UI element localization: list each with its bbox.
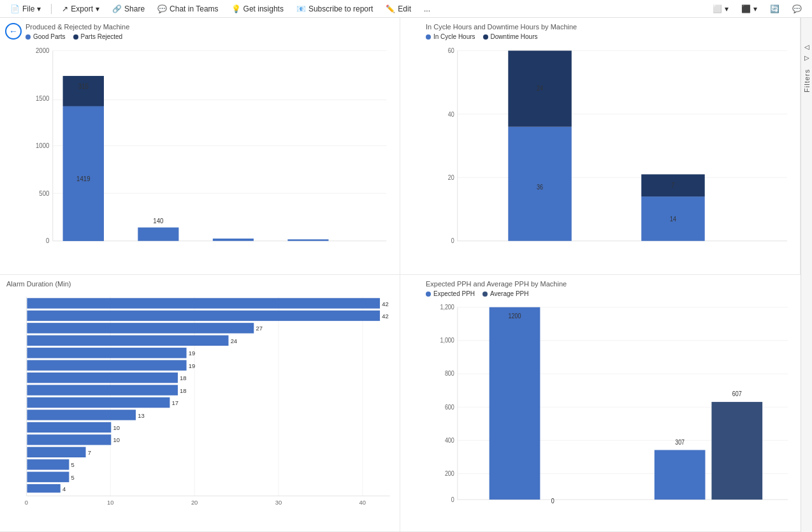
pph-panel: Expected PPH and Average PPH by Machine …	[400, 275, 801, 532]
svg-rect-81	[27, 484, 60, 492]
average-pph-legend: Average PPH	[482, 290, 528, 297]
filter-arrow-icon: ◁	[804, 43, 809, 50]
svg-rect-57	[27, 336, 228, 346]
svg-rect-79	[27, 472, 69, 482]
produced-rejected-title: Produced & Rejected by Machine	[25, 23, 393, 31]
back-button[interactable]: ←	[5, 23, 22, 40]
refresh-icon: 🔄	[770, 4, 779, 13]
average-pph-dot	[482, 292, 488, 297]
svg-text:315: 315	[78, 82, 89, 90]
svg-text:500: 500	[39, 189, 49, 197]
svg-text:1,000: 1,000	[440, 337, 454, 344]
cycle-hours-panel: In Cycle Hours and Downtime Hours by Mac…	[400, 18, 801, 275]
svg-text:40: 40	[448, 110, 454, 118]
comment-button[interactable]: 💬	[787, 3, 807, 15]
svg-text:5: 5	[71, 475, 75, 481]
svg-text:60: 60	[448, 47, 454, 54]
edit-button[interactable]: ✏️ Edit	[381, 3, 416, 15]
svg-text:10: 10	[113, 425, 119, 431]
edit-icon: ✏️	[386, 4, 395, 13]
layout-icon: ⬛	[741, 4, 751, 13]
produced-rejected-panel: Produced & Rejected by Machine Good Part…	[0, 18, 400, 275]
parts-rejected-dot	[73, 34, 78, 40]
pph-legend: Expected PPH Average PPH	[426, 290, 794, 297]
svg-text:30: 30	[275, 499, 282, 506]
svg-text:18: 18	[180, 375, 186, 381]
pph-title: Expected PPH and Average PPH by Machine	[426, 280, 794, 288]
svg-text:1419: 1419	[76, 175, 91, 183]
alarm-duration-title: Alarm Duration (Min)	[6, 280, 393, 288]
cycle-hours-chart: 0 20 40 60 36 24 14	[426, 43, 794, 265]
svg-text:400: 400	[445, 436, 454, 444]
filter-panel[interactable]: ◁ ▷ Filters	[801, 18, 812, 532]
svg-text:10: 10	[113, 438, 119, 444]
get-insights-button[interactable]: 💡 Get insights	[226, 3, 289, 15]
main-content: ← Produced & Rejected by Machine Good Pa…	[0, 18, 812, 532]
downtime-legend: Downtime Hours	[483, 33, 538, 40]
layout-chevron-icon: ▾	[753, 4, 757, 13]
charts-area: Produced & Rejected by Machine Good Part…	[0, 18, 801, 532]
expected-pph-legend: Expected PPH	[426, 290, 475, 297]
svg-text:5: 5	[71, 462, 75, 468]
export-button[interactable]: ↗ Export ▾	[57, 3, 105, 15]
svg-rect-71	[27, 422, 111, 432]
layout-button[interactable]: ⬛ ▾	[736, 3, 762, 15]
produced-rejected-chart: 0 500 1000 1500 2000 315 315	[25, 43, 393, 265]
more-button[interactable]: ...	[419, 3, 435, 15]
svg-text:14: 14	[670, 215, 676, 223]
good-parts-dot	[25, 34, 31, 40]
view-mode-button[interactable]: ⬜ ▾	[707, 3, 734, 15]
good-parts-legend: Good Parts	[25, 33, 66, 40]
svg-rect-51	[27, 298, 380, 308]
svg-text:1000: 1000	[36, 142, 50, 150]
svg-text:200: 200	[445, 469, 454, 477]
file-button[interactable]: 📄 File ▾	[5, 3, 46, 15]
svg-rect-73	[27, 434, 111, 445]
svg-rect-53	[27, 311, 380, 321]
svg-text:19: 19	[189, 350, 195, 357]
alarm-duration-panel: Alarm Duration (Min) 0 10 20 30	[0, 275, 400, 532]
svg-rect-77	[27, 459, 69, 469]
svg-text:7: 7	[88, 450, 91, 456]
export-icon: ↗	[62, 4, 68, 13]
svg-text:19: 19	[189, 363, 195, 369]
refresh-button[interactable]: 🔄	[765, 3, 785, 15]
file-icon: 📄	[10, 4, 20, 13]
subscribe-button[interactable]: 📧 Subscribe to report	[291, 3, 378, 15]
svg-text:7: 7	[671, 182, 674, 189]
svg-rect-75	[27, 447, 85, 457]
svg-text:0: 0	[451, 496, 455, 503]
svg-text:0: 0	[46, 237, 50, 245]
share-icon: 🔗	[112, 4, 122, 13]
produced-rejected-legend: Good Parts Parts Rejected	[25, 33, 393, 40]
teams-icon: 💬	[157, 4, 167, 13]
comment-icon: 💬	[792, 4, 802, 13]
svg-text:607: 607	[732, 390, 742, 397]
svg-rect-19	[138, 228, 178, 241]
svg-text:600: 600	[445, 403, 454, 411]
filter-label: Filters	[803, 69, 811, 92]
svg-text:1,200: 1,200	[440, 303, 454, 311]
subscribe-icon: 📧	[296, 4, 306, 13]
svg-text:10: 10	[107, 499, 113, 506]
alarm-duration-chart: 0 10 20 30 40 42 42 27	[6, 290, 393, 512]
svg-text:42: 42	[382, 313, 388, 320]
downtime-dot	[483, 34, 488, 40]
svg-text:1500: 1500	[36, 94, 50, 102]
parts-rejected-label: Parts Rejected	[81, 33, 123, 40]
svg-text:40: 40	[359, 499, 366, 506]
svg-text:13: 13	[138, 413, 144, 419]
svg-text:24: 24	[231, 338, 237, 344]
divider-1	[51, 4, 52, 14]
filter-arrow-icon-2: ▷	[804, 54, 809, 61]
cycle-hours-title: In Cycle Hours and Downtime Hours by Mac…	[426, 23, 794, 31]
incycle-label: In Cycle Hours	[433, 33, 475, 40]
chat-in-teams-button[interactable]: 💬 Chat in Teams	[152, 3, 223, 15]
incycle-dot	[426, 34, 431, 40]
pph-chart: 0 200 400 600 800 1,000 1,200 1200 0	[426, 300, 794, 522]
expected-pph-dot	[426, 292, 431, 297]
svg-rect-65	[27, 385, 178, 395]
export-chevron-icon: ▾	[96, 4, 99, 13]
downtime-label: Downtime Hours	[491, 33, 538, 40]
share-button[interactable]: 🔗 Share	[107, 3, 150, 15]
